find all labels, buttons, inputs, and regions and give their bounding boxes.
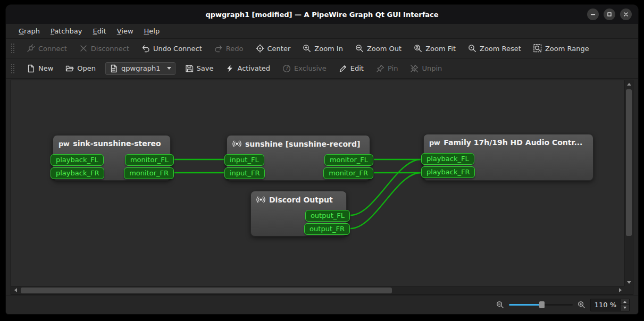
zoom-range-icon	[533, 44, 542, 53]
unpin-button[interactable]: Unpin	[406, 62, 446, 75]
zoom-spinbox[interactable]: 110 %	[590, 299, 630, 311]
undo-icon	[141, 44, 150, 53]
activated-button[interactable]: Activated	[221, 62, 274, 75]
port-output-fl[interactable]: output_FL	[305, 210, 350, 222]
zoom-out-button[interactable]: Zoom Out	[351, 41, 406, 55]
node-title: sink-sunshine-stereo	[73, 139, 161, 148]
scroll-left-arrow[interactable]	[11, 286, 20, 294]
connect-button[interactable]: Connect	[22, 41, 71, 55]
minimize-icon	[590, 11, 596, 18]
menu-edit[interactable]: Edit	[88, 25, 112, 37]
open-folder-icon	[65, 64, 74, 73]
graph-toolbar: Connect Disconnect Undo Connect Redo	[6, 39, 638, 58]
scroll-down-arrow[interactable]	[625, 278, 633, 286]
open-button[interactable]: Open	[61, 62, 100, 75]
exclusive-button[interactable]: f Exclusive	[278, 62, 331, 75]
pipewire-icon: pw	[429, 139, 440, 147]
node-sunshine-record[interactable]: sunshine [sunshine-record] input_FL inpu…	[227, 135, 370, 181]
menu-patchbay[interactable]: Patchbay	[45, 25, 88, 37]
vertical-scrollbar-thumb[interactable]	[626, 89, 632, 236]
connection-discord-outputFR-family-playbackFR[interactable]	[350, 173, 421, 229]
maximize-icon	[606, 11, 613, 18]
redo-icon	[214, 44, 223, 53]
zoom-fit-button[interactable]: Zoom Fit	[409, 41, 460, 55]
port-monitor-fr[interactable]: monitor_FR	[323, 167, 373, 179]
center-button[interactable]: Center	[252, 41, 295, 55]
minimize-button[interactable]	[587, 9, 599, 20]
port-input-fr[interactable]: input_FR	[224, 167, 265, 179]
toolbar-handle[interactable]	[11, 43, 15, 54]
node-header: pw Family 17h/19h HD Audio Contr...	[424, 134, 593, 147]
patchbay-profile-combo[interactable]: qpwgraph1	[105, 62, 175, 75]
node-header: Discord Output	[251, 191, 346, 204]
port-output-fr[interactable]: output_FR	[304, 223, 350, 235]
maximize-button[interactable]	[604, 9, 615, 20]
qpwgraph-window: qpwgraph1 [modified] — A PipeWire Graph …	[5, 4, 639, 315]
central-area: pw sink-sunshine-stereo playback_FL play…	[6, 79, 638, 295]
scroll-right-arrow[interactable]	[616, 286, 624, 294]
spin-buttons	[620, 299, 629, 311]
zoom-range-button[interactable]: Zoom Range	[529, 41, 593, 55]
port-monitor-fl[interactable]: monitor_FL	[324, 154, 373, 166]
pencil-icon	[339, 64, 347, 73]
port-playback-fr[interactable]: playback_FR	[421, 166, 475, 178]
svg-text:f: f	[286, 65, 289, 71]
zoom-in-icon[interactable]	[578, 301, 586, 309]
spin-down-icon	[623, 307, 626, 309]
port-playback-fl[interactable]: playback_FL	[421, 153, 474, 165]
vertical-scrollbar[interactable]	[624, 80, 633, 286]
port-monitor-fl[interactable]: monitor_FL	[125, 154, 174, 166]
scrollbar-corner	[624, 286, 633, 294]
pin-icon	[376, 64, 384, 73]
pin-button[interactable]: Pin	[372, 62, 402, 75]
zoom-value[interactable]: 110 %	[591, 299, 620, 311]
patchbay-file-icon	[110, 64, 118, 73]
menu-help[interactable]: Help	[139, 25, 165, 37]
graph-frame: pw sink-sunshine-stereo playback_FL play…	[11, 80, 633, 295]
undo-connect-button[interactable]: Undo Connect	[137, 41, 206, 55]
close-button[interactable]	[620, 9, 632, 20]
lightning-icon	[225, 64, 234, 73]
spin-up-button[interactable]	[621, 299, 629, 305]
new-button[interactable]: New	[22, 62, 57, 75]
node-sink-sunshine-stereo[interactable]: pw sink-sunshine-stereo playback_FL play…	[53, 135, 171, 181]
save-button[interactable]: Save	[181, 62, 218, 75]
scroll-up-arrow[interactable]	[625, 80, 633, 88]
zoom-slider-handle[interactable]	[539, 301, 545, 308]
zoom-out-icon[interactable]	[496, 301, 504, 309]
statusbar: 110 %	[6, 295, 638, 314]
port-playback-fr[interactable]: playback_FR	[51, 167, 104, 179]
center-icon	[256, 44, 264, 53]
node-family-hd-audio-controller[interactable]: pw Family 17h/19h HD Audio Contr... play…	[423, 134, 593, 181]
titlebar[interactable]: qpwgraph1 [modified] — A PipeWire Graph …	[6, 5, 638, 24]
horizontal-scrollbar[interactable]	[11, 286, 624, 294]
node-title: sunshine [sunshine-record]	[245, 140, 360, 148]
zoom-in-button[interactable]: Zoom In	[298, 41, 347, 55]
disconnect-button[interactable]: Disconnect	[75, 41, 133, 55]
spin-up-icon	[623, 301, 626, 303]
zoom-out-icon	[355, 44, 364, 53]
menu-graph[interactable]: Graph	[13, 25, 45, 37]
horizontal-scrollbar-thumb[interactable]	[21, 288, 392, 293]
window-controls	[587, 9, 632, 20]
port-playback-fl[interactable]: playback_FL	[51, 154, 104, 166]
port-input-fl[interactable]: input_FL	[224, 154, 264, 166]
zoom-reset-button[interactable]: Zoom Reset	[464, 41, 525, 55]
node-header: pw sink-sunshine-stereo	[53, 136, 170, 148]
spin-down-button[interactable]	[621, 305, 629, 311]
edit-button[interactable]: Edit	[334, 62, 368, 75]
node-discord-output[interactable]: Discord Output output_FL output_FR	[250, 191, 347, 236]
graph-canvas[interactable]: pw sink-sunshine-stereo playback_FL play…	[11, 80, 624, 286]
unpin-icon	[410, 64, 419, 73]
window-title: qpwgraph1 [modified] — A PipeWire Graph …	[205, 11, 438, 19]
pipewire-icon: pw	[58, 140, 69, 148]
zoom-fit-icon	[414, 44, 422, 53]
redo-button[interactable]: Redo	[210, 41, 248, 55]
save-icon	[185, 64, 194, 73]
port-monitor-fr[interactable]: monitor_FR	[124, 167, 174, 179]
menu-view[interactable]: View	[112, 25, 139, 37]
zoom-reset-icon	[468, 44, 476, 53]
zoom-slider[interactable]	[509, 300, 573, 309]
toolbar-handle[interactable]	[11, 63, 15, 74]
disconnect-icon	[79, 44, 88, 53]
